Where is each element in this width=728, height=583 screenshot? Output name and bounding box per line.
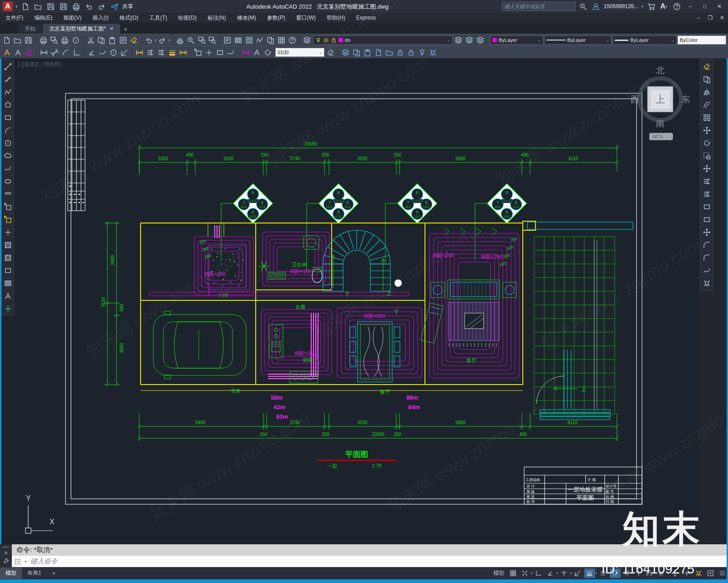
polyline-tool[interactable] [3,87,13,97]
dynamic-ucs-toggle[interactable] [633,568,644,578]
xline-tool[interactable] [3,74,13,84]
menu-insert[interactable]: 插入(I) [87,13,114,23]
edit-text-button[interactable] [2,47,12,57]
polygon-tool[interactable] [3,100,13,110]
lineweight-toggle[interactable] [584,568,595,578]
dim-space-button[interactable] [167,47,177,57]
mtext-tool[interactable] [3,291,13,301]
menu-edit[interactable]: 编辑(E) [29,13,58,23]
menu-view[interactable]: 视图(V) [58,13,87,23]
tab-new-icon[interactable]: + [121,25,130,34]
plotstyle-control[interactable]: ByColor [677,35,726,45]
linetype-control-dropdown[interactable]: ByLayer⌄ [544,35,612,45]
dim-style-dropdown[interactable]: 0100⌄ [275,48,324,57]
fillet-tool[interactable] [702,253,712,263]
doc-restore-button[interactable]: ❐ [704,13,716,22]
array-tool[interactable] [702,112,712,122]
share-label[interactable]: 共享 [122,3,133,10]
annotation-monitor[interactable] [669,568,680,578]
undo-button[interactable] [144,35,154,45]
dim-arc-button[interactable] [61,47,71,57]
dim-break-button[interactable] [178,47,188,57]
layer-off-button[interactable] [384,47,394,57]
command-window-grip[interactable]: ▪▪▪▪ ✕ [0,544,12,567]
viewport-controls-label[interactable]: [-][俯视][二维线框] [18,61,61,67]
trim-tool[interactable] [702,176,712,186]
customization-menu[interactable] [717,568,728,578]
design-center-button[interactable] [233,35,243,45]
layer-states-button[interactable] [475,35,485,45]
tab-start[interactable]: 开始 [18,24,42,34]
command-input[interactable]: ▾ 键入命令 [12,556,728,567]
dim-style-manager-button[interactable] [325,47,335,57]
stretch-tool[interactable] [702,163,712,173]
dim-continue-button[interactable] [156,47,166,57]
undo-button[interactable] [84,1,94,11]
dim-edit-button[interactable] [241,47,251,57]
autocad-logo[interactable]: A [3,1,13,11]
menu-express[interactable]: Express [351,13,381,22]
snap-toggle[interactable] [520,568,531,578]
layer-freeze-button[interactable] [373,47,383,57]
new-layout-tab[interactable]: + [47,568,61,578]
user-caret-icon[interactable]: ▾ [641,4,643,9]
doc-minimize-button[interactable]: – [693,13,704,22]
drawing-canvas[interactable]: [-][俯视][二维线框] 22650 2260 400 3240 150 27… [13,58,699,544]
copy-tool[interactable] [702,74,712,84]
command-dropdown-icon[interactable]: ▾ [25,559,27,564]
dim-jog-line-button[interactable] [226,47,236,57]
open-file-button[interactable] [33,1,43,11]
layer-lock-button[interactable] [395,47,405,57]
center-mark-button[interactable] [204,47,214,57]
isodraft-toggle[interactable] [559,568,570,578]
grid-toggle[interactable] [508,568,519,578]
command-close-icon[interactable]: ✕ [4,550,8,556]
move-tool[interactable] [702,125,712,135]
layer-isolate-button[interactable] [362,47,372,57]
redo-button[interactable] [157,35,167,45]
point-tool[interactable] [3,227,13,237]
point-style-tool[interactable] [3,304,13,314]
layer-previous-button[interactable] [464,35,474,45]
zoom-previous-button[interactable] [207,35,217,45]
new-file-button[interactable] [20,1,30,11]
quickcalc-button[interactable] [277,35,287,45]
ortho-toggle[interactable] [533,568,544,578]
sheet-set-button[interactable] [255,35,265,45]
layer-merge-button[interactable] [428,47,438,57]
transparency-toggle[interactable] [598,568,609,578]
menu-parametric[interactable]: 参数(P) [262,13,291,23]
revcloud-tool[interactable] [3,151,13,161]
explode-tool[interactable] [702,278,712,288]
menu-format[interactable]: 格式(O) [114,13,144,23]
create-block-tool[interactable] [3,214,13,224]
window-maximize-button[interactable]: □ [699,2,711,11]
lineweight-control-dropdown[interactable]: ByLayer⌄ [612,35,677,45]
window-minimize-button[interactable]: – [684,2,696,11]
3d-dwf-button[interactable] [71,35,81,45]
insert-block-tool[interactable] [3,202,13,212]
window-close-button[interactable]: ✕ [713,2,725,11]
block-editor-button[interactable] [129,35,139,45]
zoom-realtime-button[interactable] [186,35,196,45]
view-cube[interactable]: 上 北 东 南 西 WCS ⌄ [631,66,690,140]
table-tool[interactable] [3,278,13,288]
dim-inspect-button[interactable] [215,47,225,57]
extend-tool[interactable] [702,189,712,199]
tab-close-icon[interactable]: ✕ [110,26,114,32]
dim-baseline-button[interactable] [145,47,155,57]
menu-help[interactable]: 帮助(H) [321,13,351,23]
plot-button[interactable] [71,1,81,11]
menu-file[interactable]: 文件(F) [0,13,29,23]
erase-tool[interactable] [702,61,712,71]
object-snap-tracking-toggle[interactable] [572,568,583,578]
menu-modify[interactable]: 修改(M) [232,13,262,23]
gradient-tool[interactable] [3,253,13,263]
doc-close-button[interactable]: ✕ [716,13,728,22]
markup-button[interactable] [266,35,276,45]
ellipse-arc-tool[interactable] [3,189,13,199]
zoom-window-button[interactable] [197,35,207,45]
pan-button[interactable] [175,35,185,45]
layer-walk-button[interactable] [340,47,350,57]
ellipse-tool[interactable] [3,176,13,186]
